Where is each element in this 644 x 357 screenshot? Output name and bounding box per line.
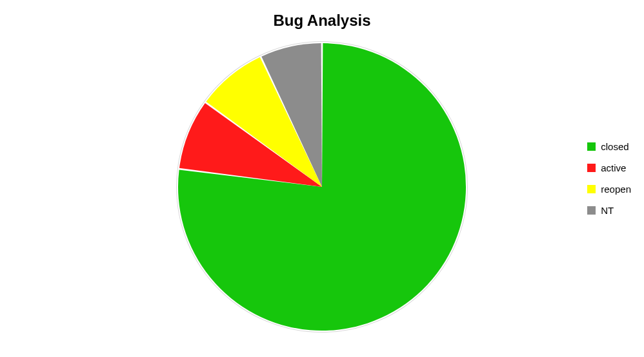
legend-swatch-reopen [587,185,596,193]
legend-item-NT: NT [587,205,631,216]
legend-item-active: active [587,162,631,173]
legend-swatch-closed [587,142,596,151]
chart-container: Bug Analysis closedactivereopenNT [0,0,644,357]
legend-label: reopen [601,184,631,195]
legend-label: closed [601,141,629,152]
legend-item-reopen: reopen [587,184,631,195]
legend-label: NT [601,205,614,216]
chart-title: Bug Analysis [0,12,644,30]
chart-legend: closedactivereopenNT [587,141,631,216]
legend-item-closed: closed [587,141,631,152]
pie-svg [174,39,470,335]
legend-label: active [601,162,626,173]
legend-swatch-NT [587,206,596,215]
legend-swatch-active [587,164,596,172]
pie-chart [174,39,470,335]
